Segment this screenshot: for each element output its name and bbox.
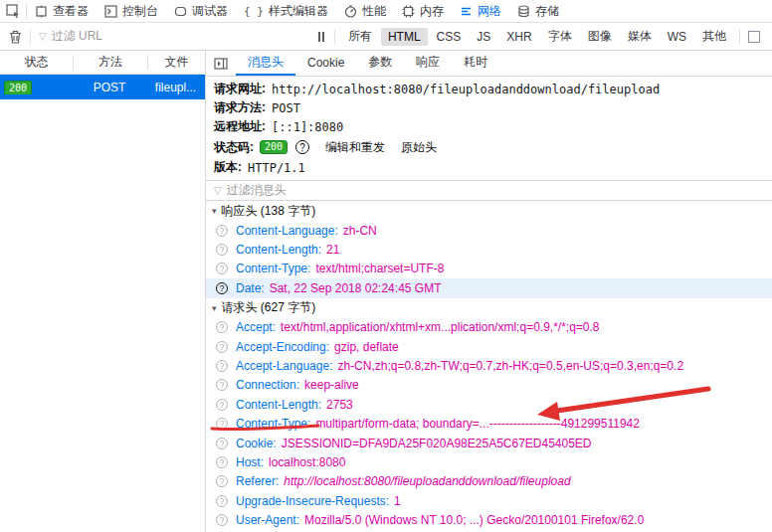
header-value: gzip, deflate bbox=[334, 340, 399, 354]
header-help-icon[interactable] bbox=[216, 360, 228, 372]
header-row[interactable]: Cookie: JSESSIONID=DFA9DA25F020A98E25A5C… bbox=[206, 434, 772, 452]
http-version-value: HTTP/1.1 bbox=[248, 161, 305, 175]
tab-network[interactable]: 网络 bbox=[452, 0, 509, 22]
header-row[interactable]: Accept-Encoding: gzip, deflate bbox=[206, 337, 772, 356]
filter-button[interactable]: 媒体 bbox=[621, 26, 659, 47]
tab-label: 性能 bbox=[362, 3, 386, 20]
header-row[interactable]: Referer: http://localhost:8080/fileuploa… bbox=[206, 472, 772, 491]
header-help-icon[interactable] bbox=[216, 225, 228, 237]
filter-button[interactable]: 其他 bbox=[695, 26, 733, 47]
header-row[interactable]: Host: localhost:8080 bbox=[206, 452, 772, 471]
headers-panel: 请求网址: http://localhost:8080/fileuploadan… bbox=[206, 77, 772, 532]
header-row[interactable]: User-Agent: Mozilla/5.0 (Windows NT 10.0… bbox=[206, 510, 772, 529]
toolbar-checkbox[interactable] bbox=[748, 31, 760, 43]
request-row-selected[interactable]: 200 POST fileupl... bbox=[0, 75, 205, 99]
status-help-icon[interactable] bbox=[295, 140, 309, 154]
headers-filter-input[interactable]: ▽ 过滤消息头 bbox=[206, 180, 772, 201]
remote-address-value: [::1]:8080 bbox=[272, 120, 343, 134]
raw-headers-button[interactable]: 原始头 bbox=[401, 139, 437, 156]
url-filter-input[interactable]: ▽ 过滤 URL bbox=[31, 28, 308, 45]
header-help-icon[interactable] bbox=[216, 282, 228, 294]
tab-console[interactable]: 控制台 bbox=[96, 0, 166, 22]
filter-button[interactable]: JS bbox=[470, 28, 497, 46]
header-help-icon[interactable] bbox=[216, 321, 228, 333]
request-type-filters: 所有 HTML CSS JS XHR 字体 图像 媒体 WS 其他 bbox=[335, 26, 739, 47]
filter-button[interactable]: HTML bbox=[381, 28, 428, 46]
request-method-value: POST bbox=[272, 101, 300, 115]
header-help-icon[interactable] bbox=[216, 379, 228, 391]
header-name: Host: bbox=[236, 455, 264, 469]
filter-button[interactable]: WS bbox=[661, 28, 693, 46]
header-help-icon[interactable] bbox=[216, 263, 228, 274]
header-name: Content-Language: bbox=[236, 224, 338, 238]
header-help-icon[interactable] bbox=[216, 438, 228, 449]
clear-requests-button[interactable] bbox=[0, 30, 30, 44]
tab-debugger[interactable]: 调试器 bbox=[166, 0, 236, 22]
filter-button[interactable]: 字体 bbox=[541, 26, 579, 47]
request-url-label: 请求网址: bbox=[214, 81, 266, 97]
header-help-icon[interactable] bbox=[216, 341, 228, 353]
header-value: multipart/form-data; boundary=...-------… bbox=[315, 417, 640, 431]
header-row[interactable]: Content-Length: 2753 bbox=[206, 395, 772, 414]
devtools-tab-bar: 查看器 控制台 调试器 { } 样式编辑器 性能 内存 网络 存储 bbox=[0, 0, 772, 23]
header-name: Content-Length: bbox=[236, 398, 321, 412]
header-name: Content-Length: bbox=[236, 243, 321, 257]
filter-funnel-icon: ▽ bbox=[214, 185, 222, 196]
tab-storage[interactable]: 存储 bbox=[509, 0, 567, 22]
header-row[interactable]: Content-Type: text/html;charset=UTF-8 bbox=[206, 260, 772, 278]
header-row[interactable]: Date: Sat, 22 Sep 2018 02:24:45 GMT bbox=[206, 278, 772, 297]
tab-style-editor[interactable]: { } 样式编辑器 bbox=[236, 0, 336, 22]
header-help-icon[interactable] bbox=[216, 495, 228, 507]
header-value: keep-alive bbox=[304, 378, 359, 392]
http-version-label: 版本: bbox=[214, 159, 242, 176]
tab-performance[interactable]: 性能 bbox=[336, 0, 394, 22]
header-value: zh-CN,zh;q=0.8,zh-TW;q=0.7,zh-HK;q=0.5,e… bbox=[337, 359, 683, 373]
tab-memory[interactable]: 内存 bbox=[394, 0, 452, 22]
column-header-file[interactable]: 文件 bbox=[148, 54, 205, 71]
response-headers-toggle[interactable]: 响应头 (138 字节) bbox=[206, 201, 772, 221]
pause-recording-button[interactable] bbox=[308, 32, 334, 42]
header-help-icon[interactable] bbox=[216, 399, 228, 411]
filter-button[interactable]: 所有 bbox=[341, 26, 379, 47]
style-editor-icon: { } bbox=[244, 5, 264, 18]
url-filter-placeholder: 过滤 URL bbox=[52, 28, 102, 45]
header-help-icon[interactable] bbox=[216, 418, 228, 430]
response-headers-section: 响应头 (138 字节) Content-Language: zh-CN Con bbox=[206, 201, 772, 298]
split-panel-toggle-button[interactable] bbox=[206, 51, 236, 76]
trash-icon bbox=[9, 30, 22, 44]
column-header-method[interactable]: 方法 bbox=[74, 54, 147, 71]
filter-button[interactable]: CSS bbox=[430, 28, 469, 46]
header-row[interactable]: Content-Length: 21 bbox=[206, 240, 772, 259]
tab-timings[interactable]: 耗时 bbox=[452, 51, 499, 76]
remote-address-row: 远程地址: [::1]:8080 bbox=[206, 117, 772, 136]
header-name: Accept: bbox=[236, 320, 276, 334]
tab-headers[interactable]: 消息头 bbox=[236, 51, 295, 76]
header-help-icon[interactable] bbox=[216, 456, 228, 468]
header-help-icon[interactable] bbox=[216, 475, 228, 487]
header-row[interactable]: Connection: keep-alive bbox=[206, 376, 772, 395]
header-row[interactable]: Accept-Language: zh-CN,zh;q=0.8,zh-TW;q=… bbox=[206, 356, 772, 375]
header-row[interactable]: Content-Language: zh-CN bbox=[206, 221, 772, 240]
header-help-icon[interactable] bbox=[216, 514, 228, 526]
collapse-arrow-icon bbox=[212, 206, 217, 216]
tab-cookie[interactable]: Cookie bbox=[295, 51, 356, 76]
column-header-status[interactable]: 状态 bbox=[0, 54, 73, 71]
filter-button[interactable]: 图像 bbox=[581, 26, 619, 47]
element-picker-icon bbox=[6, 4, 21, 19]
header-value: JSESSIONID=DFA9DA25F020A98E25A5C67ED4540… bbox=[282, 437, 592, 450]
tab-params[interactable]: 参数 bbox=[356, 51, 404, 76]
request-url-value: http://localhost:8080/fileuploadanddownl… bbox=[272, 83, 660, 96]
tab-response[interactable]: 响应 bbox=[404, 51, 452, 76]
tab-label: 调试器 bbox=[192, 3, 228, 20]
header-row[interactable]: Upgrade-Insecure-Requests: 1 bbox=[206, 491, 772, 510]
request-headers-toggle[interactable]: 请求头 (627 字节) bbox=[206, 298, 772, 318]
tab-inspector[interactable]: 查看器 bbox=[27, 0, 96, 22]
header-row[interactable]: Content-Type: multipart/form-data; bound… bbox=[206, 415, 772, 434]
filter-button[interactable]: XHR bbox=[499, 28, 538, 46]
element-picker-button[interactable] bbox=[0, 0, 26, 22]
header-help-icon[interactable] bbox=[216, 244, 228, 256]
header-row[interactable]: Accept: text/html,application/xhtml+xm..… bbox=[206, 318, 772, 337]
header-value: Mozilla/5.0 (Windows NT 10.0; ...) Gecko… bbox=[304, 513, 644, 527]
edit-resend-button[interactable]: 编辑和重发 bbox=[325, 139, 385, 156]
tab-label: 存储 bbox=[535, 3, 559, 20]
